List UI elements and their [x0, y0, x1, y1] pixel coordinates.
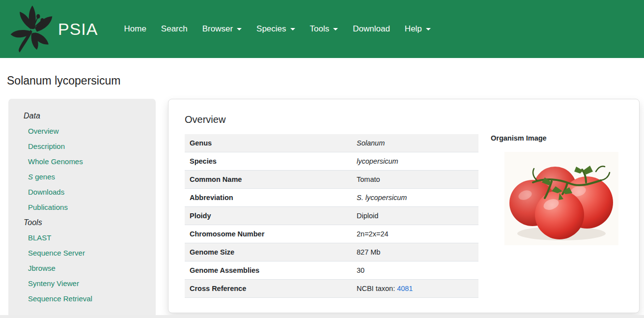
- sidebar-item-blast[interactable]: BLAST: [8, 230, 156, 245]
- nav-tools-dropdown[interactable]: Tools: [303, 24, 346, 34]
- overview-card-title: Overview: [185, 114, 624, 125]
- sidebar-item-sequence-server[interactable]: Sequence Server: [8, 245, 156, 260]
- brand[interactable]: PSIA: [9, 3, 98, 55]
- sidebar-heading-data: Data: [8, 108, 156, 123]
- table-row-cross-reference: Cross Reference NCBI taxon:4081: [185, 280, 478, 298]
- sidebar-item-description[interactable]: Description: [8, 139, 156, 154]
- table-row-species: Species lycopersicum: [185, 152, 478, 171]
- organism-image-label: Organism Image: [491, 134, 618, 142]
- sidebar: Data Overview Description Whole Genomes …: [8, 99, 156, 318]
- nav-download[interactable]: Download: [345, 24, 397, 34]
- nav-browser-dropdown[interactable]: Browser: [195, 24, 249, 34]
- sidebar-item-publications[interactable]: Publications: [8, 200, 156, 215]
- footer-strip: [0, 315, 644, 318]
- main-nav: Home Search Browser Species Tools Downlo…: [116, 24, 438, 34]
- caret-down-icon: [290, 28, 295, 30]
- overview-card: Overview Genus Solanum Species lycopersi…: [168, 99, 640, 313]
- species-overview-page: PSIA Home Search Browser Species Tools D…: [0, 0, 644, 318]
- table-row-genus: Genus Solanum: [185, 134, 478, 152]
- ncbi-taxon-link[interactable]: 4081: [397, 285, 413, 292]
- table-row-common-name: Common Name Tomato: [185, 171, 478, 189]
- organism-image-panel: Organism Image: [491, 134, 618, 298]
- tomato-image: [504, 152, 618, 245]
- lily-flower-logo-icon: [9, 3, 54, 55]
- sidebar-heading-tools: Tools: [8, 215, 156, 230]
- sidebar-item-sequence-retrieval[interactable]: Sequence Retrieval: [8, 291, 156, 306]
- sidebar-item-whole-genomes[interactable]: Whole Genomes: [8, 154, 156, 169]
- sidebar-item-synteny-viewer[interactable]: Synteny Viewer: [8, 276, 156, 291]
- content-area: Data Overview Description Whole Genomes …: [0, 99, 644, 318]
- table-row-genome-assemblies: Genome Assemblies 30: [185, 261, 478, 280]
- nav-help-dropdown[interactable]: Help: [397, 24, 438, 34]
- table-row-ploidy: Ploidy Diploid: [185, 207, 478, 225]
- table-row-genome-size: Genome Size 827 Mb: [185, 243, 478, 261]
- sidebar-item-overview[interactable]: Overview: [8, 123, 156, 139]
- caret-down-icon: [426, 28, 431, 30]
- caret-down-icon: [333, 28, 338, 30]
- nav-species-dropdown[interactable]: Species: [249, 24, 302, 34]
- cross-reference-text: NCBI taxon:: [357, 285, 395, 292]
- nav-search[interactable]: Search: [154, 24, 195, 34]
- brand-name: PSIA: [58, 20, 98, 39]
- sidebar-item-jbrowse[interactable]: Jbrowse: [8, 260, 156, 276]
- top-navbar: PSIA Home Search Browser Species Tools D…: [0, 0, 644, 58]
- table-row-abbreviation: Abbreviation S. lycopersicum: [185, 189, 478, 207]
- sidebar-item-downloads[interactable]: Downloads: [8, 184, 156, 200]
- page-title: Solanum lycopersicum: [7, 74, 644, 87]
- sidebar-item-s-genes[interactable]: S genes: [8, 169, 156, 184]
- caret-down-icon: [237, 28, 242, 30]
- overview-table: Genus Solanum Species lycopersicum Commo…: [185, 134, 478, 298]
- table-row-chromosome-number: Chromosome Number 2n=2x=24: [185, 225, 478, 243]
- nav-home[interactable]: Home: [116, 24, 153, 34]
